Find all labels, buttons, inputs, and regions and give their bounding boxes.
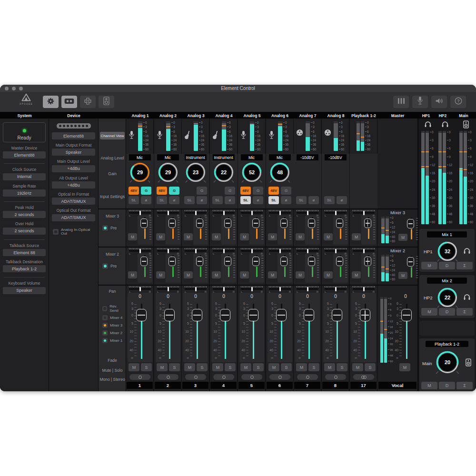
- meters-view-button[interactable]: [61, 96, 77, 108]
- mixer3-mute-button[interactable]: M: [212, 233, 221, 240]
- phantom-48v-button[interactable]: 48V: [157, 187, 167, 195]
- channel-number[interactable]: 6: [267, 382, 293, 389]
- mute-button[interactable]: M: [157, 363, 168, 371]
- mini-fader[interactable]: [279, 216, 292, 241]
- group-button[interactable]: G: [169, 187, 179, 195]
- channel-number[interactable]: 17: [350, 382, 377, 389]
- pan-handle[interactable]: [168, 287, 169, 291]
- mini-fader-handle[interactable]: [308, 257, 315, 266]
- field-value[interactable]: 192kHz: [3, 189, 46, 197]
- legend-checkbox[interactable]: [102, 330, 108, 336]
- pan-handle[interactable]: [307, 249, 308, 253]
- group-button[interactable]: G: [197, 187, 207, 195]
- phase-button[interactable]: ø: [169, 196, 179, 204]
- pan-handle[interactable]: [363, 249, 365, 253]
- input-level-select[interactable]: Mic: [269, 154, 291, 160]
- phase-button[interactable]: ø: [253, 196, 263, 204]
- mute-button[interactable]: M: [212, 363, 223, 371]
- pan-slider[interactable]: LR: [213, 248, 235, 254]
- mini-fader[interactable]: [168, 254, 180, 279]
- solo-button[interactable]: S: [141, 363, 152, 371]
- soft-limit-button[interactable]: SL: [212, 196, 223, 204]
- pan-handle[interactable]: [279, 249, 281, 253]
- pan-slider[interactable]: LR: [353, 210, 375, 216]
- pan-slider[interactable]: LR: [129, 248, 151, 254]
- fader-handle[interactable]: [360, 309, 370, 321]
- mini-fader-handle[interactable]: [252, 218, 259, 228]
- mini-fader-handle[interactable]: [280, 257, 288, 266]
- mono-toggle-button[interactable]: [269, 374, 290, 380]
- mute-button[interactable]: M: [240, 363, 251, 371]
- mixer3-mute-button[interactable]: M: [156, 233, 165, 240]
- zoom-window-button[interactable]: [19, 87, 23, 90]
- pan-slider[interactable]: LR: [353, 286, 375, 292]
- phantom-48v-button[interactable]: 48V: [129, 187, 139, 195]
- pan-slider[interactable]: LR: [353, 248, 375, 254]
- channel-number[interactable]: 8: [322, 382, 348, 389]
- pan-handle[interactable]: [335, 287, 337, 291]
- mini-fader[interactable]: [223, 254, 236, 279]
- mute-button[interactable]: M: [129, 363, 139, 371]
- device-view-button[interactable]: [99, 96, 114, 108]
- mute-button[interactable]: M: [184, 363, 195, 371]
- mini-fader-handle[interactable]: [308, 218, 315, 228]
- pan-slider[interactable]: LR: [269, 210, 291, 216]
- pan-slider[interactable]: LR: [297, 210, 318, 216]
- mixer3-mute-button[interactable]: M: [184, 233, 193, 240]
- pan-handle[interactable]: [223, 211, 225, 215]
- pan-handle[interactable]: [139, 249, 141, 253]
- group-button[interactable]: G: [225, 187, 235, 195]
- pan-slider[interactable]: LR: [269, 286, 291, 292]
- mixer3-mute-button[interactable]: M: [352, 233, 361, 240]
- mono-toggle-button[interactable]: [158, 374, 178, 380]
- phase-button[interactable]: ø: [141, 196, 151, 204]
- pan-handle[interactable]: [363, 287, 365, 291]
- legend-checkbox[interactable]: [102, 323, 108, 328]
- phase-button[interactable]: ø: [197, 196, 207, 204]
- pan-handle[interactable]: [195, 287, 197, 291]
- channel-fader[interactable]: 6305102040∞: [128, 302, 152, 360]
- pan-slider[interactable]: LR: [129, 286, 151, 292]
- mini-fader-handle[interactable]: [364, 218, 371, 228]
- field-value[interactable]: Speaker: [52, 149, 95, 156]
- solo-button[interactable]: S: [281, 363, 292, 371]
- channel-fader[interactable]: 6305102040∞: [393, 302, 417, 360]
- mute-button[interactable]: M: [324, 363, 335, 371]
- mini-fader[interactable]: [251, 216, 264, 241]
- mixer3-mute-button[interactable]: M: [128, 233, 137, 240]
- gain-knob[interactable]: 23: [185, 161, 207, 183]
- solo-button[interactable]: S: [308, 363, 319, 371]
- pan-slider[interactable]: LR: [185, 248, 207, 254]
- legend-checkbox[interactable]: [102, 315, 108, 320]
- channel-number[interactable]: 2: [155, 382, 181, 389]
- mini-fader[interactable]: [195, 254, 208, 279]
- input-level-select[interactable]: Mic: [157, 154, 179, 160]
- mono-toggle-button[interactable]: [297, 374, 318, 380]
- mini-fader[interactable]: [363, 216, 376, 241]
- mini-fader[interactable]: [139, 254, 152, 279]
- playback-mute-button[interactable]: M: [421, 382, 437, 389]
- mini-fader-handle[interactable]: [196, 218, 203, 228]
- gain-knob[interactable]: 32: [436, 240, 458, 262]
- channel-number[interactable]: 1: [127, 382, 153, 389]
- pan-slider[interactable]: LR: [185, 286, 207, 292]
- mini-fader[interactable]: [406, 217, 418, 241]
- pan-handle[interactable]: [251, 211, 253, 215]
- group-button[interactable]: G: [253, 187, 263, 195]
- fader-handle[interactable]: [220, 309, 230, 321]
- pan-handle[interactable]: [363, 211, 365, 215]
- group-button[interactable]: G: [281, 187, 291, 195]
- gain-knob[interactable]: 52: [241, 161, 263, 183]
- fader-handle[interactable]: [401, 309, 412, 321]
- pan-handle[interactable]: [279, 287, 281, 291]
- mini-fader[interactable]: [223, 216, 236, 241]
- playback-sum-button[interactable]: Σ: [456, 382, 473, 389]
- solo-button[interactable]: S: [365, 363, 376, 371]
- mini-fader[interactable]: [168, 216, 180, 241]
- mono-toggle-button[interactable]: [241, 374, 262, 380]
- mixer2-mute-button[interactable]: M: [212, 271, 221, 278]
- device-name-value[interactable]: Element88: [52, 132, 95, 139]
- mixer2-mute-button[interactable]: M: [184, 271, 193, 278]
- settings-button[interactable]: [43, 96, 59, 108]
- mini-fader-handle[interactable]: [364, 257, 371, 266]
